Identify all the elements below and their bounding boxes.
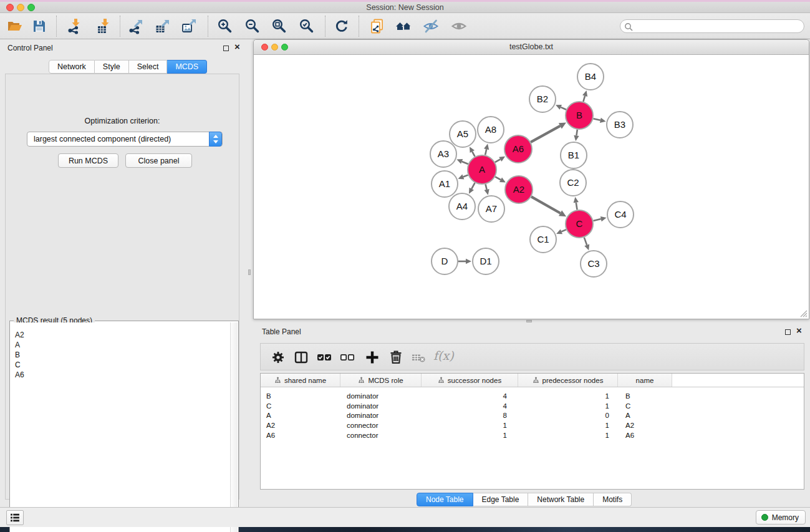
export-image-icon[interactable]: [181, 18, 198, 34]
criterion-select[interactable]: largest connected component (directed): [27, 132, 223, 147]
tab-select[interactable]: Select: [129, 60, 168, 74]
zoom-out-icon[interactable]: [244, 18, 261, 34]
tab-mcds[interactable]: MCDS: [167, 60, 207, 74]
close-panel-icon[interactable]: ×: [796, 326, 802, 336]
table-settings-icon[interactable]: [270, 349, 286, 365]
tab-network[interactable]: Network: [49, 60, 95, 74]
function-builder-icon[interactable]: f(x): [433, 349, 454, 362]
graph-edge[interactable]: [471, 183, 475, 189]
unselect-all-columns-icon[interactable]: [339, 349, 355, 365]
tab-style[interactable]: Style: [95, 60, 129, 74]
open-session-icon[interactable]: [6, 18, 22, 34]
float-panel-icon[interactable]: [223, 46, 229, 51]
tab-edge-table[interactable]: Edge Table: [473, 493, 529, 506]
tab-motifs[interactable]: Motifs: [594, 493, 632, 506]
search-input[interactable]: [635, 21, 800, 32]
show-graphics-details-icon[interactable]: [451, 18, 467, 34]
cell-successor-nodes: 1: [422, 432, 518, 439]
resize-grip[interactable]: [799, 309, 808, 317]
node-table[interactable]: shared name MCDS role successor nodes pr…: [260, 373, 804, 490]
column-header-predecessor-nodes[interactable]: predecessor nodes: [518, 374, 618, 387]
show-columns-icon[interactable]: [293, 349, 309, 365]
graph-edge[interactable]: [463, 175, 468, 177]
import-table-icon[interactable]: [96, 18, 112, 34]
select-all-columns-icon[interactable]: [316, 349, 332, 365]
table-row[interactable]: B dominator 4 1 B: [261, 391, 804, 401]
table-row[interactable]: C dominator 4 1 C: [261, 401, 804, 411]
column-header-mcds-role[interactable]: MCDS role: [340, 374, 422, 387]
network-canvas[interactable]: B4B2BB3A5A8A6B1A3AA1A2C2A4A7C4CC1C3DD1: [254, 55, 809, 319]
list-item[interactable]: A: [15, 340, 229, 350]
cell-name: A6: [618, 432, 672, 439]
graph-edge[interactable]: [472, 152, 475, 157]
import-network-icon[interactable]: [67, 18, 83, 34]
zoom-selected-icon[interactable]: [299, 18, 315, 34]
export-network-icon[interactable]: [128, 18, 144, 34]
graph-edge[interactable]: [495, 177, 501, 180]
delete-table-icon[interactable]: [410, 349, 427, 365]
tab-node-table[interactable]: Node Table: [417, 493, 473, 506]
home-icon[interactable]: [395, 18, 412, 34]
delete-columns-icon[interactable]: [388, 349, 404, 365]
list-item[interactable]: A2: [15, 330, 229, 340]
tab-network-table[interactable]: Network Table: [528, 493, 594, 506]
search-field[interactable]: [620, 19, 804, 33]
memory-button[interactable]: Memory: [756, 510, 806, 525]
create-column-icon[interactable]: [364, 349, 380, 365]
graph-edge[interactable]: [583, 96, 585, 102]
graph-edge[interactable]: [531, 196, 561, 213]
graph-edge[interactable]: [485, 149, 486, 155]
export-table-icon[interactable]: [155, 18, 171, 34]
graph-edge[interactable]: [495, 159, 500, 162]
column-header-successor-nodes[interactable]: successor nodes: [422, 374, 518, 387]
list-item[interactable]: B: [15, 350, 229, 360]
column-header-shared-name[interactable]: shared name: [261, 374, 340, 387]
cell-mcds-role: dominator: [340, 402, 422, 410]
table-panel: Table Panel × f(x) shared name: [253, 323, 810, 507]
graph-edge[interactable]: [486, 184, 487, 190]
graph-edge[interactable]: [584, 238, 587, 245]
zoom-fit-icon[interactable]: [271, 18, 287, 34]
hide-graphics-details-icon[interactable]: [423, 18, 439, 34]
float-panel-icon[interactable]: [785, 329, 791, 335]
panel-divider-grip[interactable]: [526, 320, 532, 322]
run-mcds-button[interactable]: Run MCDS: [58, 153, 118, 168]
graph-edge-arrowhead: [485, 189, 489, 195]
graph-edge[interactable]: [593, 118, 600, 120]
refresh-icon[interactable]: [334, 18, 350, 34]
zoom-in-icon[interactable]: [217, 18, 233, 34]
save-session-icon[interactable]: [31, 18, 47, 34]
chevron-down-icon: [213, 140, 218, 143]
graph-node-label: A4: [456, 201, 468, 211]
scrollbar[interactable]: [230, 322, 238, 532]
graph-edge[interactable]: [576, 130, 577, 136]
column-namespace-icon: [533, 377, 539, 384]
task-history-button[interactable]: [6, 510, 24, 525]
close-panel-icon[interactable]: ×: [234, 42, 240, 52]
graph-node-label: C: [576, 218, 583, 229]
panel-divider-grip[interactable]: [248, 269, 251, 275]
table-row[interactable]: A2 connector 1 1 A2: [261, 420, 804, 430]
mcds-result-list[interactable]: A2 A B C A6: [11, 322, 229, 532]
network-graph[interactable]: B4B2BB3A5A8A6B1A3AA1A2C2A4A7C4CC1C3DD1: [254, 55, 809, 319]
cell-name: B: [618, 392, 672, 400]
network-window-titlebar[interactable]: testGlobe.txt: [254, 40, 809, 55]
network-from-file-icon[interactable]: [369, 18, 385, 34]
list-item[interactable]: A6: [15, 370, 229, 380]
close-panel-button[interactable]: Close panel: [125, 153, 192, 168]
table-row[interactable]: A dominator 8 0 A: [261, 411, 804, 421]
control-panel-tabs: Network Style Select MCDS: [49, 60, 207, 74]
list-icon: [9, 512, 21, 523]
graph-edge[interactable]: [462, 162, 468, 164]
list-item[interactable]: C: [15, 360, 229, 370]
graph-edge[interactable]: [531, 126, 560, 142]
graph-edge[interactable]: [561, 230, 566, 231]
column-header-name[interactable]: name: [618, 374, 672, 387]
select-stepper[interactable]: [209, 132, 222, 147]
graph-edge[interactable]: [593, 219, 600, 221]
cell-predecessor-nodes: 1: [518, 402, 618, 410]
graph-node-label: B3: [614, 119, 625, 130]
table-row[interactable]: A6 connector 1 1 A6: [261, 430, 804, 440]
graph-edge[interactable]: [561, 107, 566, 110]
graph-edge[interactable]: [576, 203, 577, 210]
